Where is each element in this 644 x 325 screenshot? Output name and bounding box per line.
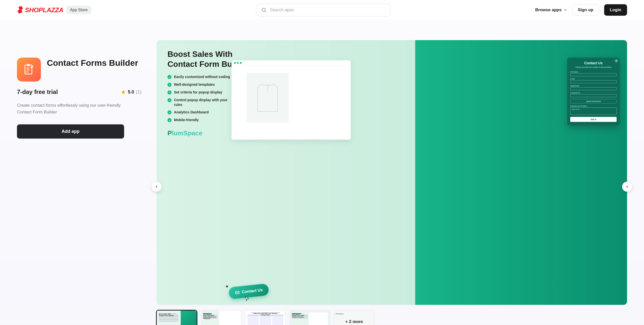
thumbnail-3[interactable]: Align Your App With Your Brand's Unique … xyxy=(245,310,286,325)
svg-rect-8 xyxy=(235,291,239,294)
thumb-brand: PlumSpace xyxy=(292,313,302,314)
form-label-describe: Describe the Problem xyxy=(570,105,616,107)
add-app-button[interactable]: Add app xyxy=(17,124,124,138)
form-title: Contact Us xyxy=(570,61,616,65)
form-upload-mock: Upload Screenshot xyxy=(570,99,616,104)
thumbnail-4[interactable]: PlumSpace Popup Form With Custom Positio… xyxy=(290,310,330,325)
form-input-mock xyxy=(570,73,616,76)
chevron-down-icon xyxy=(564,8,567,12)
browser-traffic-lights xyxy=(232,60,351,66)
trial-text: 7-day free trial xyxy=(17,88,58,96)
thumb-title: Align Your App With Your Brand's Unique … xyxy=(251,312,280,313)
form-input-mock xyxy=(570,80,616,83)
thumbnail-more[interactable]: PlumSpace + 2 more xyxy=(334,310,374,325)
signup-button[interactable]: Sign up xyxy=(572,4,599,16)
form-textarea-mock: Type here... xyxy=(570,108,616,115)
check-icon xyxy=(168,75,172,79)
sparkle-decoration: ✦ xyxy=(224,284,230,290)
app-store-badge[interactable]: App Store xyxy=(66,6,91,14)
feature-text: Analytics Dashboard xyxy=(174,110,208,115)
mail-heart-icon xyxy=(234,290,240,295)
chevron-right-icon xyxy=(625,185,629,189)
feature-list: Easily customized without coding Well-de… xyxy=(168,74,235,122)
form-input-mock xyxy=(570,87,616,90)
rating-count: (1) xyxy=(136,90,142,95)
form-submit-mock: Get it xyxy=(570,117,616,122)
feature-text: Mobile-friendly xyxy=(174,118,199,122)
form-input-mock xyxy=(570,94,616,97)
search-icon xyxy=(261,7,267,13)
feature-item: Mobile-friendly xyxy=(168,118,235,122)
product-placeholder xyxy=(246,73,289,122)
main-content: Contact Forms Builder 7-day free trial 5… xyxy=(0,20,644,325)
browse-apps-link[interactable]: Browse apps xyxy=(535,8,567,12)
search-wrap xyxy=(115,4,531,16)
browse-apps-label: Browse apps xyxy=(535,8,562,12)
check-icon xyxy=(168,118,172,122)
check-icon xyxy=(168,90,172,94)
feature-text: Easily customized without coding xyxy=(174,74,230,79)
feature-text: Well-designed templates xyxy=(174,82,215,87)
contact-pill-label: Contact Us xyxy=(242,288,263,294)
thumbnail-more-label: + 2 more xyxy=(346,319,363,324)
form-label-department: Department xyxy=(570,85,616,87)
search-input[interactable] xyxy=(270,8,385,12)
feature-item: Analytics Dashboard xyxy=(168,110,235,115)
slider-next-button[interactable] xyxy=(622,182,632,192)
thumbnail-strip: Boost Sales With Contact Form Builder Pl… xyxy=(156,310,627,325)
form-label-email: Email xyxy=(570,78,616,80)
shirt-icon xyxy=(254,82,282,114)
app-icon xyxy=(17,58,41,82)
brand-logo[interactable]: SHOPLAZZA xyxy=(17,6,63,14)
brand-name: SHOPLAZZA xyxy=(25,6,63,14)
star-icon xyxy=(121,90,126,94)
logo-block: SHOPLAZZA App Store xyxy=(17,6,91,14)
feature-item: Set criteria for popup display xyxy=(168,90,235,95)
close-icon: ✕ xyxy=(614,59,618,62)
form-label-fullname: Full Name xyxy=(570,71,616,73)
clipboard-edit-icon xyxy=(22,63,36,76)
app-description: Create contact forms effortlessly using … xyxy=(17,102,126,116)
feature-item: Easily customized without coding xyxy=(168,74,235,79)
svg-rect-3 xyxy=(27,64,30,66)
browser-mockup xyxy=(231,60,351,140)
rating-block[interactable]: 5.0 (1) xyxy=(121,90,142,95)
form-label-computerid: Computer ID xyxy=(570,92,616,94)
thumb-title: Save Time With Ready-Made Form Templates xyxy=(203,315,218,316)
feature-item: Control popup display with your rules xyxy=(168,98,235,107)
svg-rect-2 xyxy=(25,65,32,74)
rating-score: 5.0 xyxy=(128,90,134,95)
thumb-brand: PlumSpace xyxy=(203,313,212,314)
feature-text: Control popup display with your rules xyxy=(174,98,235,107)
feature-slide: Boost Sales With Contact Form Builder Ea… xyxy=(156,40,627,305)
brand-mark-icon xyxy=(17,6,24,14)
feature-item: Well-designed templates xyxy=(168,82,235,87)
thumbnail-1[interactable]: Boost Sales With Contact Form Builder xyxy=(156,310,197,325)
check-icon xyxy=(168,110,172,114)
search-box[interactable] xyxy=(256,4,390,16)
thumbnail-2[interactable]: PlumSpace Save Time With Ready-Made Form… xyxy=(201,310,241,325)
svg-line-1 xyxy=(265,11,266,12)
cursor-click-icon xyxy=(244,296,250,301)
app-title: Contact Forms Builder xyxy=(47,58,138,68)
thumb-brand: PlumSpace xyxy=(336,313,344,314)
chevron-left-icon xyxy=(154,185,158,189)
media-slider: Boost Sales With Contact Form Builder Ea… xyxy=(156,40,627,325)
header-actions: Browse apps Sign up Login xyxy=(535,4,627,16)
thumb-title: Boost Sales With Contact Form Builder xyxy=(159,313,176,314)
feature-text: Set criteria for popup display xyxy=(174,90,222,95)
app-summary: Contact Forms Builder 7-day free trial 5… xyxy=(17,40,142,138)
form-subtitle: Please provide the details of the proble… xyxy=(570,66,616,68)
thumb-title: Popup Form With Custom Position xyxy=(292,315,308,316)
app-header: SHOPLAZZA App Store Browse apps Sign up … xyxy=(0,0,644,20)
contact-form-mock: ✕ Contact Us Please provide the details … xyxy=(567,58,620,125)
check-icon xyxy=(168,98,172,102)
slider-prev-button[interactable] xyxy=(152,182,162,192)
login-button[interactable]: Login xyxy=(604,4,627,16)
check-icon xyxy=(168,83,172,87)
svg-point-0 xyxy=(262,8,265,12)
